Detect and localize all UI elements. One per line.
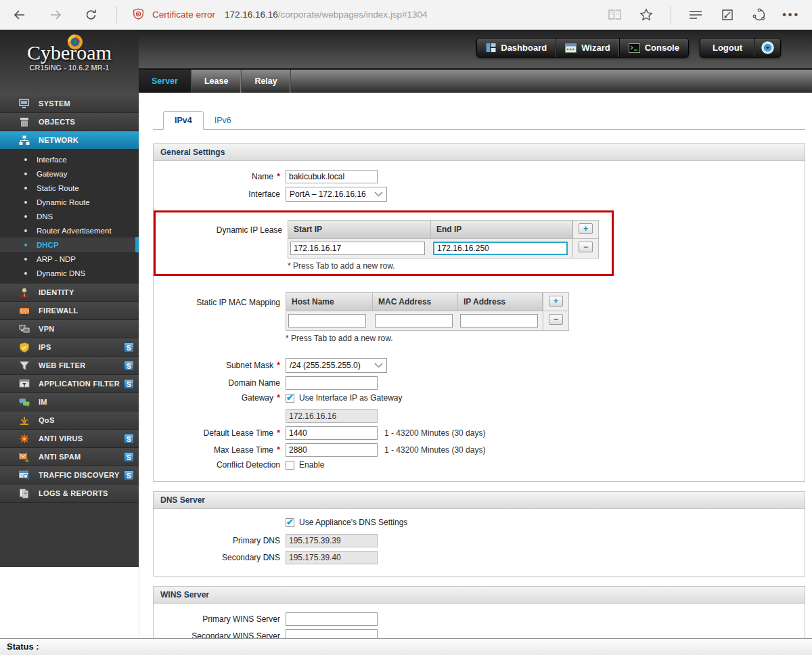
logout-label: Logout [713,43,742,53]
sidebar-item-label: IM [39,398,47,406]
sidebar-item-gateway[interactable]: Gateway [0,166,139,181]
subnet-mask-select[interactable]: /24 (255.255.255.0) [286,358,387,373]
ip-address-input[interactable] [460,314,538,328]
press-tab-note: * Press Tab to add a new row. [286,334,569,343]
sidebar-item-vpn[interactable]: VPN [0,320,139,338]
sidebar-item-router-advertisement[interactable]: Router Advertisement [0,223,139,238]
sidebar-item-qos[interactable]: QoS [0,411,139,430]
console-icon [629,43,640,53]
subscription-badge: S [124,470,134,480]
sidebar-item-static-route[interactable]: Static Route [0,181,139,195]
top-nav-group: Dashboard Wizard Console [476,38,689,58]
refresh-icon[interactable] [83,6,100,24]
column-header-ip-address: IP Address [458,293,543,311]
bullet-icon [24,272,27,275]
sidebar-item-dynamic-route[interactable]: Dynamic Route [0,195,139,209]
sidebar-item-label: VPN [39,325,55,333]
sidebar-item-arp-ndp[interactable]: ARP - NDP [0,252,139,266]
submenu-label: Static Route [37,184,79,192]
required-marker: * [277,445,280,455]
subnet-mask-label: Subnet Mask * [154,361,286,370]
sidebar-item-objects[interactable]: OBJECTS [0,113,139,131]
certificate-error-label: Certificate error [152,9,215,20]
back-icon[interactable] [11,6,28,24]
sidebar-item-firewall[interactable]: FIREWALL [0,302,139,320]
chevron-down-icon [374,191,383,197]
static-ip-mac-mapping-table: Host Name MAC Address IP Address + − [286,292,569,331]
bullet-icon [24,229,27,232]
interface-label: Interface [154,189,286,199]
forward-icon[interactable] [47,6,64,24]
toolbar-divider [116,6,117,24]
dashboard-button[interactable]: Dashboard [477,39,556,57]
conflict-detection-checkbox[interactable] [286,461,294,470]
sidebar-item-traffic-discovery[interactable]: TRAFFIC DISCOVERY S [0,466,139,484]
subscription-badge: S [124,379,134,389]
primary-wins-input[interactable] [286,612,378,626]
subscription-badge: S [124,361,134,371]
certificate-error[interactable]: Certificate error [129,6,215,24]
bullet-icon [24,187,27,189]
sidebar-item-logs-reports[interactable]: LOGS & REPORTS [0,484,139,503]
sidebar-item-ips[interactable]: IPS S [0,338,139,357]
sidebar-item-dns[interactable]: DNS [0,209,139,223]
sidebar: Cyberoam CR15iNG - 10.6.2 MR-1 SYSTEM OB… [0,30,139,567]
sidebar-item-label: APPLICATION FILTER [39,380,120,388]
name-input[interactable] [286,170,378,183]
dns-server-section: DNS Server Use Appliance's DNS Settings … [153,491,805,577]
console-label: Console [645,43,679,53]
sidebar-item-anti-spam[interactable]: ANTI SPAM S [0,448,139,466]
sidebar-item-im[interactable]: IM [0,393,139,411]
add-row-button[interactable]: + [549,296,563,307]
required-marker: * [277,361,280,370]
lease-range-note: 1 - 43200 Minutes (30 days) [384,428,485,438]
max-lease-time-input[interactable] [286,443,378,457]
add-row-button[interactable]: + [579,223,593,234]
mac-address-input[interactable] [375,314,453,328]
tab-ipv4[interactable]: IPv4 [163,111,204,130]
logout-group: Logout [700,38,781,58]
interface-select[interactable]: PortA – 172.16.16.16 [286,187,387,202]
bullet-icon [24,244,27,246]
sidebar-item-interface[interactable]: Interface [0,152,139,166]
sidebar-item-label: ANTI VIRUS [39,434,83,443]
tab-ipv6[interactable]: IPv6 [204,112,242,129]
end-ip-input[interactable] [433,242,568,255]
tab-relay[interactable]: Relay [242,70,290,93]
domain-name-input[interactable] [286,376,378,390]
host-name-input[interactable] [288,314,366,328]
sidebar-item-anti-virus[interactable]: ANTI VIRUS S [0,430,139,448]
logout-button[interactable]: Logout [700,39,755,57]
section-title: General Settings [154,144,805,161]
tab-server[interactable]: Server [139,70,191,93]
sidebar-item-dhcp[interactable]: DHCP [0,238,139,252]
tab-lease[interactable]: Lease [191,70,242,93]
bullet-icon [24,215,27,218]
anti-virus-icon [19,434,30,444]
network-icon [19,135,30,145]
sidebar-item-application-filter[interactable]: APPLICATION FILTER S [0,375,139,393]
sidebar-item-identity[interactable]: IDENTITY [0,284,139,302]
remove-row-button[interactable]: − [579,242,593,252]
static-ip-mac-mapping-label: Static IP MAC Mapping [154,292,286,307]
hub-icon[interactable] [687,6,704,24]
sidebar-item-web-filter[interactable]: WEB FILTER S [0,357,139,375]
use-appliance-dns-checkbox[interactable] [286,518,294,527]
share-icon[interactable] [750,6,768,24]
default-lease-time-input[interactable] [286,426,378,440]
sidebar-item-dynamic-dns[interactable]: Dynamic DNS [0,266,139,280]
remove-row-button[interactable]: − [549,314,563,325]
more-actions-icon[interactable]: ••• [782,9,800,21]
section-title: WINS Server [154,587,805,604]
console-button[interactable]: Console [620,39,688,57]
wizard-button[interactable]: Wizard [556,39,620,57]
use-interface-ip-checkbox[interactable] [286,394,294,403]
logout-menu-button[interactable] [755,39,780,57]
address-bar[interactable]: 172.16.16.16/corporate/webpages/index.js… [225,9,427,20]
sidebar-item-network[interactable]: NETWORK [0,131,139,150]
web-note-icon[interactable] [719,6,736,24]
start-ip-input[interactable] [290,242,425,255]
favorites-star-icon[interactable] [637,6,655,24]
sidebar-item-system[interactable]: SYSTEM [0,95,139,113]
reading-view-icon[interactable] [606,6,623,24]
